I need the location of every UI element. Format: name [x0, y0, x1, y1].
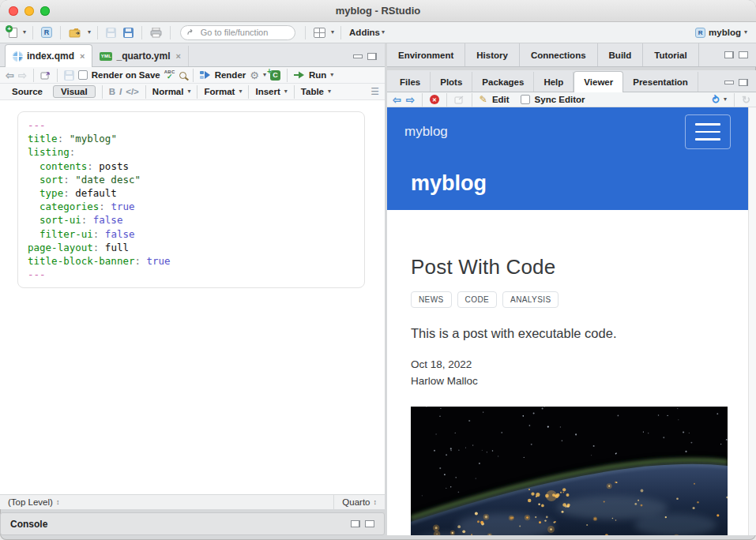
yaml-metadata-block[interactable]: ---title: "myblog"listing: contents: pos…	[17, 111, 365, 288]
tab-presentation[interactable]: Presentation	[623, 72, 698, 92]
category-badge[interactable]: ANALYSIS	[502, 291, 559, 308]
pane-layout-button[interactable]	[312, 26, 327, 39]
editor-tab-label: index.qmd	[27, 51, 74, 62]
print-button[interactable]	[149, 26, 164, 39]
restore-console-icon[interactable]	[351, 520, 360, 527]
category-badge[interactable]: CODE	[457, 291, 498, 308]
addins-label: Addins	[349, 28, 380, 37]
titlebar: myblog - RStudio	[0, 0, 756, 22]
scope-selector[interactable]: (Top Level) ↕	[0, 497, 333, 507]
tab-connections[interactable]: Connections	[520, 43, 598, 66]
open-in-window-icon[interactable]	[40, 71, 51, 80]
sync-editor-checkbox[interactable]	[521, 95, 530, 104]
goto-file-search[interactable]	[180, 25, 295, 40]
project-caret: ▾	[744, 29, 747, 36]
save-button[interactable]	[104, 26, 118, 39]
close-tab-icon[interactable]: ×	[80, 51, 85, 61]
minimize-files-pane-icon[interactable]	[724, 81, 734, 84]
table-menu-caret[interactable]: ▾	[328, 88, 331, 95]
save-all-button[interactable]	[122, 26, 135, 39]
back-icon[interactable]: ⇦	[6, 70, 14, 81]
source-pane: index.qmd×YML_quarto.yml× ⇦ ⇨ Render o	[0, 43, 385, 540]
format-menu-caret[interactable]: ▾	[239, 88, 242, 95]
restore-environment-pane-icon[interactable]	[724, 51, 734, 58]
filetype-label: Quarto	[342, 497, 370, 507]
format-menu[interactable]: Format	[204, 87, 235, 96]
publish-icon[interactable]: ⥁	[712, 95, 719, 105]
addins-button[interactable]: Addins ▾	[348, 26, 386, 39]
source-mode-button[interactable]: Source	[6, 87, 49, 96]
visual-editor-canvas[interactable]: ---title: "myblog"listing: contents: pos…	[0, 100, 385, 494]
spellcheck-icon[interactable]: ABC✓	[164, 69, 175, 81]
insert-chunk-icon[interactable]: +C	[270, 70, 280, 81]
editor-tab-index.qmd[interactable]: index.qmd×	[5, 44, 92, 67]
gear-icon[interactable]: ⚙	[250, 70, 259, 81]
blog-brand-link[interactable]: myblog	[404, 124, 448, 140]
run-icon	[294, 71, 305, 79]
pane-layout-dropdown-caret[interactable]: ▾	[331, 29, 334, 36]
stop-icon[interactable]: ✕	[430, 95, 439, 104]
filetype-selector[interactable]: Quarto ↕	[333, 495, 385, 509]
viewer-forward-icon[interactable]: ⇨	[406, 95, 415, 105]
maximize-environment-pane-icon[interactable]	[739, 51, 748, 58]
visual-mode-button[interactable]: Visual	[53, 85, 96, 98]
maximize-files-pane-icon[interactable]	[739, 79, 748, 86]
paragraph-style-caret[interactable]: ▾	[187, 88, 190, 95]
maximize-console-icon[interactable]	[365, 520, 374, 527]
new-file-button[interactable]: +	[7, 26, 19, 39]
toolbar-separator	[305, 26, 306, 39]
tab-tutorial[interactable]: Tutorial	[643, 43, 698, 66]
code-button[interactable]: </>	[126, 87, 139, 96]
save-document-icon[interactable]	[64, 70, 74, 81]
code-line: ---	[28, 118, 355, 132]
tab-packages[interactable]: Packages	[472, 72, 534, 92]
render-button[interactable]: Render	[215, 70, 246, 80]
run-button[interactable]: Run	[309, 70, 326, 80]
tab-environment[interactable]: Environment	[387, 43, 465, 66]
run-options-caret[interactable]: ▾	[330, 72, 333, 78]
category-badge[interactable]: NEWS	[411, 291, 452, 308]
tab-help[interactable]: Help	[534, 72, 574, 92]
format-bar: Source Visual B I </> Normal ▾ Format ▾ …	[0, 84, 385, 100]
insert-menu[interactable]: Insert	[255, 87, 280, 96]
table-menu[interactable]: Table	[301, 87, 324, 96]
insert-menu-caret[interactable]: ▾	[284, 88, 288, 95]
forward-icon[interactable]: ⇨	[18, 70, 27, 81]
refresh-icon[interactable]: ↻	[742, 95, 750, 105]
viewer-back-icon[interactable]: ⇦	[393, 95, 401, 105]
search-icon[interactable]	[179, 72, 186, 79]
new-file-dropdown-caret[interactable]: ▾	[23, 29, 26, 36]
tab-plots[interactable]: Plots	[431, 72, 472, 92]
code-line: page-layout: full	[28, 241, 355, 254]
edit-button[interactable]: Edit	[492, 95, 510, 104]
goto-file-input[interactable]	[199, 27, 288, 38]
open-file-button[interactable]	[67, 26, 84, 39]
minimize-window-button[interactable]	[24, 6, 34, 16]
tab-history[interactable]: History	[465, 43, 520, 66]
paragraph-style-dropdown[interactable]: Normal	[152, 87, 184, 96]
close-window-button[interactable]	[9, 6, 18, 16]
viewer-scrollbar[interactable]	[748, 107, 756, 535]
blog-post: Post With Code NEWSCODEANALYSIS This is …	[387, 210, 748, 535]
maximize-pane-icon[interactable]	[367, 53, 377, 60]
sync-editor-label: Sync Editor	[535, 95, 585, 104]
tab-build[interactable]: Build	[598, 43, 644, 66]
project-menu-button[interactable]: R myblog ▾	[694, 26, 749, 39]
bold-button[interactable]: B	[109, 87, 115, 96]
hamburger-menu-button[interactable]	[685, 114, 731, 149]
close-tab-icon[interactable]: ×	[175, 51, 180, 61]
publish-caret[interactable]: ▾	[724, 96, 727, 103]
editor-tab-_quarto.yml[interactable]: YML_quarto.yml×	[92, 46, 188, 66]
open-file-dropdown-caret[interactable]: ▾	[88, 29, 91, 36]
zoom-window-button[interactable]	[40, 6, 50, 16]
new-project-button[interactable]: R	[39, 25, 54, 39]
italic-button[interactable]: I	[119, 87, 122, 96]
console-pane-header[interactable]: Console	[0, 512, 385, 535]
render-on-save-checkbox[interactable]	[78, 70, 88, 80]
open-in-new-window-icon[interactable]	[454, 96, 465, 104]
minimize-pane-icon[interactable]	[353, 54, 363, 58]
render-options-caret[interactable]: ▾	[263, 72, 266, 78]
tab-viewer[interactable]: Viewer	[574, 71, 623, 92]
tab-files[interactable]: Files	[390, 72, 431, 92]
outline-toggle-icon[interactable]: ☰	[370, 86, 379, 97]
